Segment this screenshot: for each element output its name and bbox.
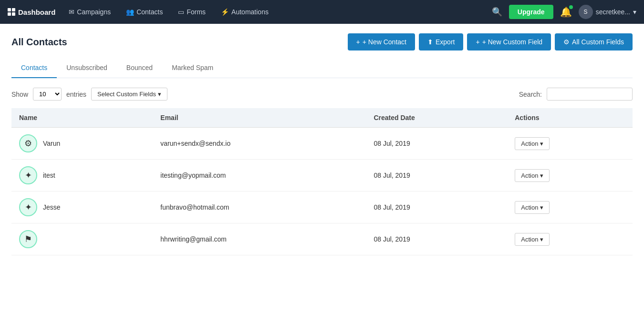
tab-unsubscribed[interactable]: Unsubscribed (57, 58, 117, 78)
action-button[interactable]: Action ▾ (515, 137, 550, 150)
main-content: All Contacts + + New Contact ⬆ Export + … (0, 24, 644, 313)
email-cell: hhrwriting@gmail.com (153, 223, 366, 255)
user-menu[interactable]: S secretkee... ▾ (579, 5, 636, 19)
table-row: ⚙ Varun varun+sendx@sendx.io08 Jul, 2019… (11, 128, 633, 160)
email-icon: ✉ (69, 8, 74, 16)
automations-icon: ⚡ (221, 8, 229, 16)
table-row: ⚑ hhrwriting@gmail.com08 Jul, 2019 Actio… (11, 223, 633, 255)
contact-avatar: ⚑ (19, 230, 37, 248)
email-cell: funbravo@hotmail.com (153, 192, 366, 223)
nav-item-label: Contacts (136, 8, 163, 16)
name-cell: ⚙ Varun (11, 128, 153, 160)
brand-label: Dashboard (18, 8, 55, 16)
select-custom-fields-label: Select Custom Fields (97, 91, 156, 98)
nav-item-label: Forms (187, 8, 206, 16)
all-custom-fields-button[interactable]: ⚙ All Custom Fields (555, 33, 633, 50)
nav-item-forms[interactable]: ▭ Forms (172, 5, 211, 19)
notification-bell[interactable]: 🔔 (557, 3, 575, 20)
tabs: Contacts Unsubscribed Bounced Marked Spa… (11, 58, 633, 78)
chevron-down-icon: ▾ (540, 204, 543, 211)
entries-select[interactable]: 10 25 50 100 (33, 88, 62, 101)
chevron-down-icon: ▾ (540, 172, 543, 179)
date-cell: 08 Jul, 2019 (366, 160, 507, 192)
contacts-table: Name Email Created Date Actions ⚙ Varun … (11, 108, 633, 255)
col-created-date: Created Date (366, 108, 507, 128)
export-icon: ⬆ (427, 38, 433, 46)
select-custom-fields-dropdown[interactable]: Select Custom Fields ▾ (91, 88, 167, 101)
name-cell: ⚑ (11, 223, 153, 255)
name-cell: ✦ itest (11, 160, 153, 192)
search-icon[interactable]: 🔍 (489, 4, 505, 20)
action-cell: Action ▾ (507, 160, 633, 192)
new-custom-field-label: + New Custom Field (482, 38, 542, 46)
brand[interactable]: Dashboard (8, 8, 55, 16)
table-row: ✦ Jesse funbravo@hotmail.com08 Jul, 2019… (11, 192, 633, 223)
nav-item-contacts[interactable]: 👥 Contacts (120, 5, 168, 19)
plus-icon: + (476, 38, 479, 46)
contact-avatar: ⚙ (19, 134, 37, 152)
contact-name: Varun (43, 140, 60, 147)
chevron-down-icon: ▾ (633, 8, 636, 16)
action-cell: Action ▾ (507, 192, 633, 223)
contact-avatar: ✦ (19, 166, 37, 184)
action-label: Action (521, 236, 538, 243)
new-contact-button[interactable]: + + New Contact (348, 33, 415, 50)
search-label: Search: (519, 91, 542, 98)
nav-item-label: Automations (231, 8, 269, 16)
name-cell-inner: ✦ Jesse (19, 198, 145, 216)
controls-bar: Show 10 25 50 100 entries Select Custom … (11, 88, 633, 101)
contact-name: itest (43, 172, 55, 179)
tab-marked-spam[interactable]: Marked Spam (162, 58, 223, 78)
export-button[interactable]: ⬆ Export (419, 33, 463, 50)
contacts-icon: 👥 (126, 8, 134, 16)
nav-item-campaigns[interactable]: ✉ Campaigns (63, 5, 116, 19)
contact-name: Jesse (43, 203, 61, 211)
nav-item-automations[interactable]: ⚡ Automations (215, 5, 274, 19)
col-actions: Actions (507, 108, 633, 128)
name-cell-inner: ⚑ (19, 230, 145, 248)
action-button[interactable]: Action ▾ (515, 201, 550, 214)
user-label: secretkee... (596, 8, 630, 16)
action-button[interactable]: Action ▾ (515, 233, 550, 246)
contact-avatar: ✦ (19, 198, 37, 216)
name-cell: ✦ Jesse (11, 192, 153, 223)
chevron-down-icon: ▾ (540, 236, 543, 243)
settings-icon: ⚙ (563, 38, 570, 46)
grid-icon (8, 8, 15, 16)
forms-icon: ▭ (178, 8, 184, 16)
action-cell: Action ▾ (507, 223, 633, 255)
chevron-down-icon: ▾ (540, 140, 543, 147)
page-title: All Contacts (11, 37, 67, 48)
action-button[interactable]: Action ▾ (515, 169, 550, 182)
name-cell-inner: ✦ itest (19, 166, 145, 184)
header-actions: + + New Contact ⬆ Export + + New Custom … (348, 33, 633, 50)
email-cell: varun+sendx@sendx.io (153, 128, 366, 160)
export-label: Export (436, 38, 455, 46)
action-label: Action (521, 140, 538, 147)
all-custom-fields-label: All Custom Fields (572, 38, 624, 46)
tab-contacts[interactable]: Contacts (11, 58, 57, 78)
date-cell: 08 Jul, 2019 (366, 192, 507, 223)
page-header: All Contacts + + New Contact ⬆ Export + … (11, 33, 633, 50)
plus-icon: + (356, 38, 360, 46)
action-label: Action (521, 204, 538, 211)
email-cell: itesting@yopmail.com (153, 160, 366, 192)
new-custom-field-button[interactable]: + + New Custom Field (467, 33, 551, 50)
col-email: Email (153, 108, 366, 128)
nav-item-label: Campaigns (77, 8, 111, 16)
new-contact-label: + New Contact (363, 38, 406, 46)
upgrade-button[interactable]: Upgrade (509, 5, 553, 19)
name-cell-inner: ⚙ Varun (19, 134, 145, 152)
date-cell: 08 Jul, 2019 (366, 223, 507, 255)
notification-badge (569, 5, 573, 9)
table-wrapper: Name Email Created Date Actions ⚙ Varun … (11, 108, 633, 255)
entries-label: entries (66, 91, 86, 98)
show-label: Show (11, 91, 28, 98)
date-cell: 08 Jul, 2019 (366, 128, 507, 160)
table-header-row: Name Email Created Date Actions (11, 108, 633, 128)
avatar: S (579, 5, 593, 19)
search-input[interactable] (547, 88, 633, 101)
action-label: Action (521, 172, 538, 179)
tab-bounced[interactable]: Bounced (117, 58, 162, 78)
table-row: ✦ itest itesting@yopmail.com08 Jul, 2019… (11, 160, 633, 192)
